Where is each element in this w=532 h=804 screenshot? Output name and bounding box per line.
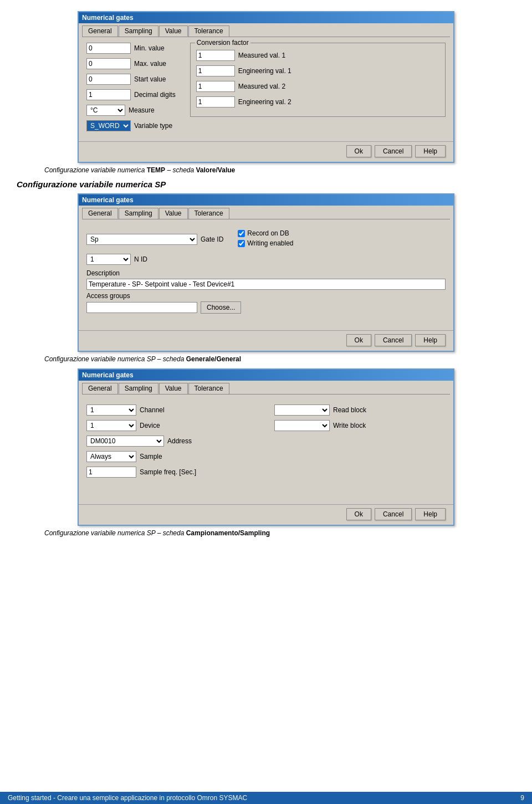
sampling-left: 1 Channel 1 Device DM0010 [86,404,258,482]
dialog3-help-button[interactable]: Help [415,508,446,520]
variable-type-select[interactable]: S_WORD [86,120,131,131]
tab-general-d3[interactable]: General [82,383,118,394]
tab-tolerance-d3[interactable]: Tolerance [188,383,229,394]
tab-tolerance-d1[interactable]: Tolerance [188,25,229,37]
writing-enabled-label: Writing enabled [247,239,293,247]
dialog1-help-button[interactable]: Help [415,145,446,157]
write-block-select[interactable] [274,420,330,431]
tab-general-d2[interactable]: General [82,208,118,219]
sample-row: Always Sample [86,451,258,462]
write-block-label: Write block [333,422,366,429]
channel-row: 1 Channel [86,404,258,416]
caption1-bold2: Valore/Value [196,166,236,174]
engineering-val1-input[interactable] [196,65,235,76]
dialog1-two-col: Min. value Max. value Start value [86,43,446,136]
dialog1-right-col: Conversion factor Measured val. 1 Engine… [185,43,446,136]
tab-sampling-d1[interactable]: Sampling [119,25,158,37]
address-label: Address [167,437,192,445]
device-label: Device [140,422,160,429]
dialog1-window: Numerical gates General Sampling Value T… [78,11,454,163]
sampling-two-col: 1 Channel 1 Device DM0010 [86,404,446,482]
caption3-bold: Campionamento/Sampling [186,529,270,537]
channel-select[interactable]: 1 [86,404,136,416]
conversion-factor-label: Conversion factor [195,39,250,47]
writing-enabled-checkbox[interactable] [238,240,245,247]
min-value-row: Min. value [86,43,176,54]
gate-id-select[interactable]: Sp [86,234,197,245]
access-groups-section: Access groups Choose... [86,292,446,314]
caption1-bold: TEMP [147,166,165,174]
read-block-row: Read block [274,404,446,416]
engineering-val1-label: Engineering val. 1 [238,67,291,75]
sample-select[interactable]: Always [86,451,136,462]
choose-button[interactable]: Choose... [201,301,241,314]
dialog1-titlebar: Numerical gates [79,12,453,23]
record-on-db-label: Record on DB [247,229,289,237]
tab-value-d2[interactable]: Value [159,208,188,219]
access-groups-input[interactable] [86,302,197,313]
description-label: Description [86,269,446,277]
caption1-dash: – scheda [167,166,196,174]
tab-tolerance-d2[interactable]: Tolerance [188,208,229,219]
variable-type-row: S_WORD Variable type [86,120,176,131]
measured-val1-row: Measured val. 1 [196,50,439,61]
address-select[interactable]: DM0010 [86,436,164,447]
dialog2-body: Sp Gate ID Record on DB Writing enabled [79,219,453,330]
writing-enabled-row: Writing enabled [238,239,293,247]
measure-label: Measure [129,106,155,114]
dialog1-footer: Ok Cancel Help [79,141,453,162]
checkboxes-area: Record on DB Writing enabled [238,229,293,249]
dialog2-cancel-button[interactable]: Cancel [375,334,412,346]
record-on-db-checkbox[interactable] [238,230,245,237]
caption2-text: Configurazione variabile numerica SP – s… [44,355,186,363]
max-value-input[interactable] [86,58,131,69]
sample-freq-label: Sample freq. [Sec.] [140,468,196,476]
tab-sampling-d2[interactable]: Sampling [119,208,158,219]
dialog1-cancel-button[interactable]: Cancel [375,145,412,157]
record-on-db-row: Record on DB [238,229,293,237]
dialog2-title: Numerical gates [82,196,134,204]
footer-page: 9 [520,794,524,802]
tab-general-d1[interactable]: General [82,25,118,37]
write-block-row: Write block [274,420,446,431]
nid-select[interactable]: 1 [86,254,131,265]
dialog3-cancel-button[interactable]: Cancel [375,508,412,520]
address-row: DM0010 Address [86,436,258,447]
tab-value-d1[interactable]: Value [159,25,188,37]
read-block-select[interactable] [274,404,330,416]
dialog3-tabs: General Sampling Value Tolerance [79,381,453,394]
dialog3-body: 1 Channel 1 Device DM0010 [79,395,453,504]
dialog3-ok-button[interactable]: Ok [346,508,371,520]
dialog1-left-col: Min. value Max. value Start value [86,43,176,136]
measured-val2-input[interactable] [196,81,235,92]
device-select[interactable]: 1 [86,420,136,431]
start-value-label: Start value [134,75,166,83]
min-value-label: Min. value [134,44,165,52]
page-footer: Getting started - Creare una semplice ap… [0,792,532,804]
sample-freq-input[interactable] [86,467,136,478]
start-value-row: Start value [86,74,176,85]
conversion-factor-group: Conversion factor Measured val. 1 Engine… [190,43,446,117]
measure-select[interactable]: °C [86,105,125,116]
decimal-digits-input[interactable] [86,89,131,100]
dialog2-help-button[interactable]: Help [415,334,446,346]
start-value-input[interactable] [86,74,131,85]
tab-value-d3[interactable]: Value [159,383,188,394]
measured-val1-label: Measured val. 1 [238,52,285,59]
measured-val1-input[interactable] [196,50,235,61]
engineering-val2-label: Engineering val. 2 [238,98,291,106]
engineering-val2-input[interactable] [196,96,235,107]
dialog2-ok-button[interactable]: Ok [346,334,371,346]
page-content: Numerical gates General Sampling Value T… [0,0,532,570]
description-input[interactable] [86,279,446,290]
caption2-bold: Generale/General [186,355,241,363]
measure-row: °C Measure [86,105,176,116]
dialog2-tabs: General Sampling Value Tolerance [79,206,453,219]
dialog1-ok-button[interactable]: Ok [346,145,371,157]
engineering-val2-row: Engineering val. 2 [196,96,439,107]
measured-val2-row: Measured val. 2 [196,81,439,92]
dialog3-title: Numerical gates [82,371,134,379]
tab-sampling-d3[interactable]: Sampling [119,383,158,394]
dialog2-window: Numerical gates General Sampling Value T… [78,193,454,352]
min-value-input[interactable] [86,43,131,54]
